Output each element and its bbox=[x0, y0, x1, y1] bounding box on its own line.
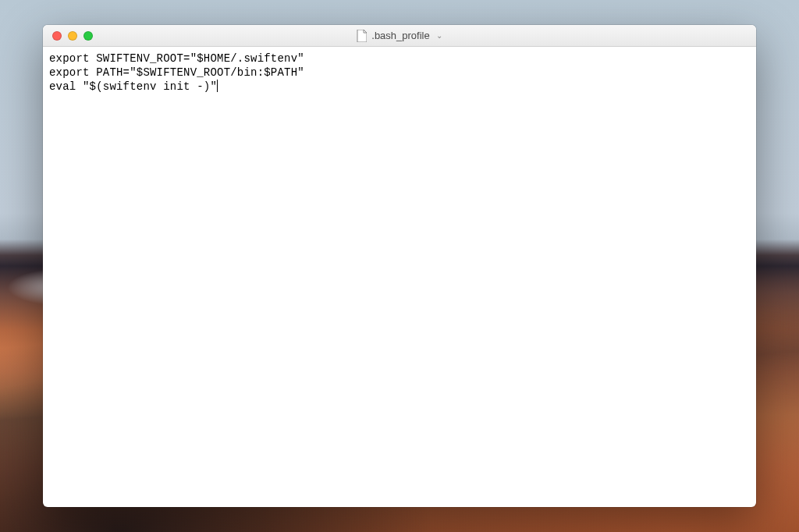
text-cursor bbox=[217, 80, 218, 92]
window-title-group[interactable]: .bash_profile ⌄ bbox=[357, 30, 442, 42]
close-button[interactable] bbox=[52, 31, 62, 41]
code-line-1: export SWIFTENV_ROOT="$HOME/.swiftenv" bbox=[49, 52, 304, 65]
window-titlebar[interactable]: .bash_profile ⌄ bbox=[43, 25, 756, 47]
traffic-lights bbox=[43, 31, 93, 41]
document-icon bbox=[357, 30, 367, 42]
text-editor-window: .bash_profile ⌄ export SWIFTENV_ROOT="$H… bbox=[43, 25, 756, 507]
code-line-3: eval "$(swiftenv init -)" bbox=[49, 80, 217, 93]
chevron-down-icon: ⌄ bbox=[436, 31, 442, 40]
window-title: .bash_profile bbox=[371, 30, 429, 41]
minimize-button[interactable] bbox=[68, 31, 77, 41]
editor-textarea[interactable]: export SWIFTENV_ROOT="$HOME/.swiftenv" e… bbox=[43, 47, 756, 507]
code-line-2: export PATH="$SWIFTENV_ROOT/bin:$PATH" bbox=[49, 66, 304, 79]
maximize-button[interactable] bbox=[83, 31, 93, 41]
